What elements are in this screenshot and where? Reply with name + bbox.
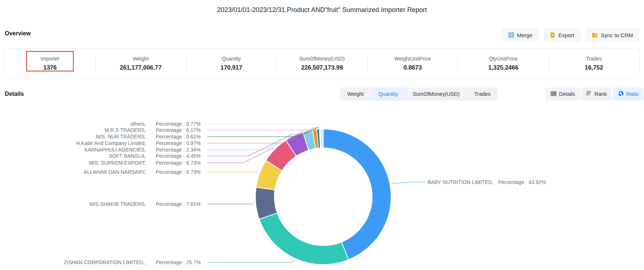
donut-icon bbox=[618, 91, 624, 97]
toolbar-button-sync-to-crm[interactable]: Sync to CRM bbox=[586, 28, 639, 42]
stat-label: Weight bbox=[133, 56, 149, 62]
stat-label: SumOfMoney(USD) bbox=[299, 56, 344, 62]
slice-label-name-7: H.Kabir And Company Limited, bbox=[76, 140, 146, 146]
slice-label-name-10: others, bbox=[130, 121, 146, 127]
stat-divider bbox=[186, 53, 186, 73]
stat-label: WeightUnitPrice bbox=[394, 56, 431, 62]
stat-label: Importer bbox=[41, 56, 59, 62]
tab-weight[interactable]: Weight bbox=[340, 87, 371, 101]
leader-line-0 bbox=[392, 182, 425, 184]
pie-slice-1[interactable] bbox=[259, 213, 349, 265]
slice-label-percentage-8: Percentage : 0.61% bbox=[156, 134, 201, 140]
stat-value: 1376 bbox=[43, 64, 57, 71]
slice-label-name-2: M/S SHAKIB TRADERS, bbox=[89, 201, 146, 207]
slice-label-name-5: SOFT BANGLA, bbox=[109, 153, 146, 159]
slice-label-name-6: KARNAPHULI AGENCIES, bbox=[84, 147, 146, 153]
leader-line-2 bbox=[207, 204, 254, 204]
slice-label-percentage-4: Percentage : 6.73% bbox=[156, 160, 201, 166]
export-icon bbox=[550, 32, 555, 38]
stat-divider bbox=[277, 53, 277, 73]
slice-label-percentage-3: Percentage : 6.73% bbox=[156, 169, 201, 175]
view-tab-details[interactable]: Details bbox=[545, 87, 580, 101]
slice-label-percentage-10: Percentage : 0.77% bbox=[156, 121, 201, 127]
slice-label-percentage-9: Percentage : 0.17% bbox=[156, 127, 201, 133]
stat-divider bbox=[367, 53, 368, 73]
merge-icon bbox=[508, 32, 514, 38]
stat-weightunitprice: WeightUnitPrice0.8673 bbox=[367, 49, 458, 78]
leader-line-3 bbox=[207, 172, 258, 173]
button-label: Sync to CRM bbox=[601, 32, 633, 38]
page-title: 2023/01/01-2023/12/31,Product AND"fruit"… bbox=[0, 6, 644, 14]
stat-value: 170,917 bbox=[220, 64, 242, 71]
leader-line-9 bbox=[207, 127, 320, 130]
slice-label-percentage-5: Percentage : 4.45% bbox=[156, 153, 201, 159]
table-icon bbox=[551, 91, 556, 97]
stat-qtyunitprice: QtyUnitPrice1,325.2466 bbox=[458, 49, 548, 78]
view-tabs: DetailsRankRatio bbox=[545, 87, 644, 101]
slice-label-percentage-2: Percentage : 7.61% bbox=[156, 201, 201, 207]
view-tab-label: Details bbox=[559, 91, 575, 97]
pie-slice-0[interactable] bbox=[323, 129, 391, 260]
view-tab-rank[interactable]: Rank bbox=[581, 87, 612, 101]
stat-importer: Importer1376 bbox=[5, 49, 95, 78]
leader-line-4 bbox=[207, 148, 273, 163]
slice-label-name-3: ALLAHAR DAN NARSARY, bbox=[84, 169, 146, 175]
overview-heading: Overview bbox=[5, 30, 31, 37]
stat-value: 16,752 bbox=[585, 64, 603, 71]
slice-label-name-1: ZISHAN CORPORATION LIMITED., bbox=[64, 259, 146, 265]
stat-label: Quantity bbox=[222, 56, 241, 62]
slice-label-percentage-1: Percentage : 25.7% bbox=[156, 259, 201, 265]
toolbar-button-export[interactable]: Export bbox=[544, 28, 580, 42]
stat-divider bbox=[458, 53, 458, 73]
slice-label-percentage-6: Percentage : 2.34% bbox=[156, 147, 201, 153]
slice-label-name-9: M.R.S TRADERS, bbox=[105, 127, 146, 133]
view-tab-label: Rank bbox=[594, 91, 607, 97]
slice-label-name-8: M/S. NUR TRADERS, bbox=[96, 134, 146, 140]
stat-divider bbox=[549, 53, 549, 73]
stat-value: 226,507,173.99 bbox=[301, 64, 343, 71]
slice-label-percentage-7: Percentage : 0.97% bbox=[156, 140, 201, 146]
leader-line-1 bbox=[207, 261, 294, 262]
slice-label-name-4: M/S. SUPREM EXPORT, bbox=[89, 160, 146, 166]
sync-folder-icon bbox=[592, 32, 598, 38]
leader-line-10 bbox=[207, 124, 321, 127]
stat-value: 0.8673 bbox=[404, 64, 422, 71]
overview-stats-card: Importer1376Weight261,177,006.77Quantity… bbox=[4, 48, 640, 78]
pie-slice-10[interactable] bbox=[320, 129, 323, 148]
stat-trades: Trades16,752 bbox=[549, 49, 639, 78]
stat-value: 1,325.2466 bbox=[488, 64, 518, 71]
button-label: Export bbox=[558, 32, 574, 38]
importer-ratio-donut-chart: BABY NUTRITION LIMITED,Percentage : 43.9… bbox=[0, 101, 644, 270]
stat-label: Trades bbox=[586, 56, 602, 62]
rank-icon bbox=[586, 91, 592, 97]
metric-tabs: WeightQuantitySumOfMoney(USD)Trades bbox=[340, 87, 498, 101]
stat-label: QtyUnitPrice bbox=[489, 56, 518, 62]
tab-trades[interactable]: Trades bbox=[467, 87, 498, 101]
stat-quantity: Quantity170,917 bbox=[186, 49, 277, 78]
toolbar-button-merge[interactable]: Merge bbox=[502, 28, 539, 42]
view-tab-label: Ratio bbox=[626, 91, 639, 97]
stat-weight: Weight261,177,006.77 bbox=[95, 49, 186, 78]
view-tab-ratio[interactable]: Ratio bbox=[613, 87, 644, 101]
tab-quantity[interactable]: Quantity bbox=[371, 87, 405, 101]
toolbar: MergeExportSync to CRM bbox=[502, 28, 639, 42]
stat-divider bbox=[95, 53, 96, 73]
button-label: Merge bbox=[517, 32, 533, 38]
pie-slice-2[interactable] bbox=[255, 187, 277, 219]
slice-label-name-0: BABY NUTRITION LIMITED,Percentage : 43.9… bbox=[428, 179, 546, 185]
details-heading: Details bbox=[5, 91, 24, 97]
stat-value: 261,177,006.77 bbox=[120, 64, 162, 71]
tab-sumofmoneyusd[interactable]: SumOfMoney(USD) bbox=[405, 87, 467, 101]
stat-sumofmoneyusd: SumOfMoney(USD)226,507,173.99 bbox=[277, 49, 367, 78]
